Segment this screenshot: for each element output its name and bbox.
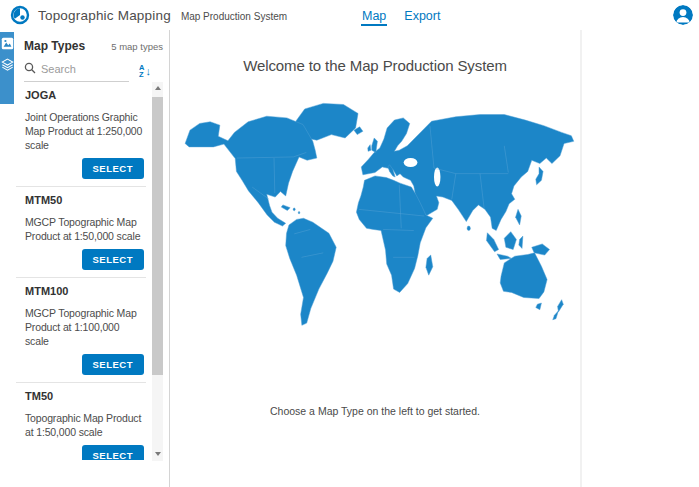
select-button[interactable]: SELECT [82, 445, 144, 460]
app-title: Topographic Mapping [38, 8, 171, 23]
map-type-list: JOGAJoint Operations Graphic Map Product… [14, 82, 152, 460]
search-icon [24, 60, 36, 78]
sort-a-z-icon[interactable]: AZ↓ [139, 64, 151, 78]
map-type-item: MTM100MGCP Topographic Map Product at 1:… [16, 278, 146, 383]
map-type-description: Joint Operations Graphic Map Product at … [25, 110, 146, 152]
sidebar-rail [0, 32, 14, 104]
instruction-text: Choose a Map Type on the left to get sta… [170, 405, 580, 417]
map-type-description: MGCP Topographic Map Product at 1:50,000… [25, 215, 146, 243]
map-type-description: MGCP Topographic Map Product at 1:100,00… [25, 306, 146, 348]
user-avatar-icon[interactable] [673, 5, 693, 25]
sidebar-scrollbar[interactable] [152, 82, 163, 461]
globe-logo-icon [10, 5, 30, 25]
map-type-item: TM50Topographic Map Product at 1:50,000 … [16, 383, 146, 460]
map-type-name: MTM100 [25, 285, 146, 298]
scroll-thumb[interactable] [152, 97, 163, 375]
main-content: Welcome to the Map Production System [170, 30, 582, 487]
panel-title: Map Types [24, 39, 85, 53]
select-button[interactable]: SELECT [82, 158, 144, 179]
map-type-item: MTM50MGCP Topographic Map Product at 1:5… [16, 187, 146, 278]
scroll-up-arrow-icon[interactable] [152, 82, 163, 95]
welcome-title: Welcome to the Map Production System [170, 30, 580, 74]
select-button[interactable]: SELECT [82, 354, 144, 375]
map-type-count: 5 map types [111, 41, 163, 52]
app-subtitle: Map Production System [181, 9, 287, 22]
main-area: Welcome to the Map Production System [170, 30, 699, 487]
app-window: Topographic Mapping Map Production Syste… [0, 0, 699, 487]
map-type-name: TM50 [25, 390, 146, 403]
app-header: Topographic Mapping Map Production Syste… [0, 0, 699, 30]
map-type-description: Topographic Map Product at 1:50,000 scal… [25, 411, 146, 439]
map-type-name: JOGA [25, 89, 146, 102]
world-map [170, 90, 580, 380]
sidebar: Map Types 5 map types AZ↓ JO [0, 30, 170, 487]
app-body: Map Types 5 map types AZ↓ JO [0, 30, 699, 487]
search-box [24, 60, 129, 82]
main-nav: Map Export [361, 0, 441, 30]
scroll-down-arrow-icon[interactable] [152, 448, 163, 461]
sidebar-header: Map Types 5 map types [14, 30, 169, 53]
search-input[interactable] [41, 63, 121, 75]
map-type-name: MTM50 [25, 194, 146, 207]
layers-icon[interactable] [1, 57, 14, 70]
search-row: AZ↓ [24, 60, 151, 82]
nav-tab-export[interactable]: Export [403, 5, 441, 26]
select-button[interactable]: SELECT [82, 249, 144, 270]
map-panel-icon[interactable] [1, 36, 14, 49]
nav-tab-map[interactable]: Map [361, 5, 387, 26]
map-type-item: JOGAJoint Operations Graphic Map Product… [16, 82, 146, 187]
